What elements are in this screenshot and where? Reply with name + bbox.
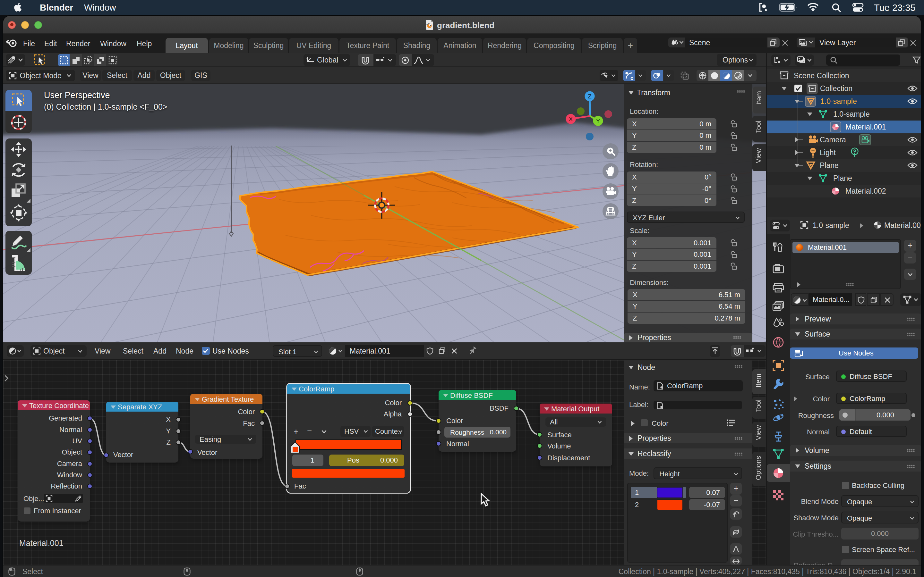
svg-text:Z: Z (588, 93, 591, 100)
svg-text:X: X (569, 116, 573, 122)
svg-text:Y: Y (596, 118, 600, 124)
